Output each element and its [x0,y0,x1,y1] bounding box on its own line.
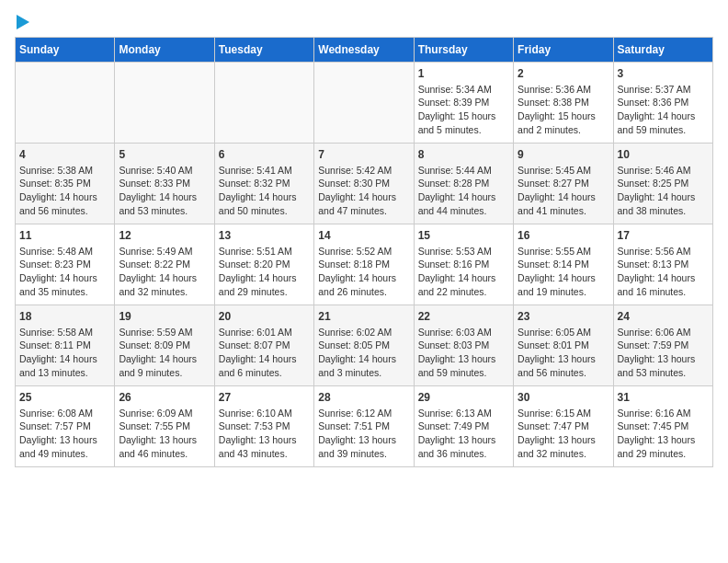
calendar-cell [16,63,115,144]
day-info: Sunrise: 5:46 AMSunset: 8:25 PMDaylight:… [618,164,709,218]
day-info: Sunrise: 5:59 AMSunset: 8:09 PMDaylight:… [119,326,210,380]
calendar-cell: 27Sunrise: 6:10 AMSunset: 7:53 PMDayligh… [214,386,313,467]
day-info: Sunrise: 6:08 AMSunset: 7:57 PMDaylight:… [19,407,110,461]
day-number: 17 [618,228,709,244]
calendar-cell: 31Sunrise: 6:16 AMSunset: 7:45 PMDayligh… [613,386,712,467]
page-header [15,15,713,29]
day-header-saturday: Saturday [613,38,712,63]
calendar-week-row: 25Sunrise: 6:08 AMSunset: 7:57 PMDayligh… [16,386,713,467]
day-number: 27 [219,390,310,406]
day-number: 26 [119,390,210,406]
day-info: Sunrise: 5:53 AMSunset: 8:16 PMDaylight:… [418,245,509,299]
calendar-cell: 26Sunrise: 6:09 AMSunset: 7:55 PMDayligh… [115,386,214,467]
day-number: 30 [518,390,609,406]
calendar-cell: 10Sunrise: 5:46 AMSunset: 8:25 PMDayligh… [613,144,712,224]
calendar-cell: 18Sunrise: 5:58 AMSunset: 8:11 PMDayligh… [16,305,115,386]
day-info: Sunrise: 6:06 AMSunset: 7:59 PMDaylight:… [618,326,709,380]
calendar-week-row: 4Sunrise: 5:38 AMSunset: 8:35 PMDaylight… [16,144,713,224]
calendar-cell: 29Sunrise: 6:13 AMSunset: 7:49 PMDayligh… [414,386,513,467]
day-number: 3 [618,66,709,82]
day-header-monday: Monday [115,38,214,63]
calendar-week-row: 18Sunrise: 5:58 AMSunset: 8:11 PMDayligh… [16,305,713,386]
day-info: Sunrise: 6:09 AMSunset: 7:55 PMDaylight:… [119,407,210,461]
calendar-cell: 13Sunrise: 5:51 AMSunset: 8:20 PMDayligh… [214,224,313,305]
calendar-cell: 19Sunrise: 5:59 AMSunset: 8:09 PMDayligh… [115,305,214,386]
day-number: 22 [418,309,509,325]
day-header-friday: Friday [514,38,613,63]
day-number: 1 [418,66,509,82]
day-number: 8 [418,147,509,163]
day-number: 9 [518,147,609,163]
day-number: 21 [318,309,409,325]
day-number: 29 [418,390,509,406]
calendar-cell: 21Sunrise: 6:02 AMSunset: 8:05 PMDayligh… [314,305,414,386]
calendar-header-row: SundayMondayTuesdayWednesdayThursdayFrid… [16,38,713,63]
calendar-cell: 17Sunrise: 5:56 AMSunset: 8:13 PMDayligh… [613,224,712,305]
day-header-thursday: Thursday [414,38,513,63]
day-info: Sunrise: 5:58 AMSunset: 8:11 PMDaylight:… [19,326,110,380]
day-info: Sunrise: 6:13 AMSunset: 7:49 PMDaylight:… [418,407,509,461]
calendar-cell [115,63,214,144]
day-header-sunday: Sunday [16,38,115,63]
day-number: 13 [219,228,310,244]
day-header-wednesday: Wednesday [314,38,414,63]
calendar-cell: 16Sunrise: 5:55 AMSunset: 8:14 PMDayligh… [514,224,613,305]
calendar-week-row: 1Sunrise: 5:34 AMSunset: 8:39 PMDaylight… [16,63,713,144]
calendar-cell: 8Sunrise: 5:44 AMSunset: 8:28 PMDaylight… [414,144,513,224]
day-number: 16 [518,228,609,244]
day-info: Sunrise: 6:15 AMSunset: 7:47 PMDaylight:… [518,407,609,461]
calendar-cell: 12Sunrise: 5:49 AMSunset: 8:22 PMDayligh… [115,224,214,305]
day-number: 7 [318,147,409,163]
calendar-cell: 4Sunrise: 5:38 AMSunset: 8:35 PMDaylight… [16,144,115,224]
day-info: Sunrise: 5:49 AMSunset: 8:22 PMDaylight:… [119,245,210,299]
day-number: 4 [19,147,110,163]
calendar-table: SundayMondayTuesdayWednesdayThursdayFrid… [15,37,713,467]
day-info: Sunrise: 5:44 AMSunset: 8:28 PMDaylight:… [418,164,509,218]
day-number: 25 [19,390,110,406]
calendar-cell: 1Sunrise: 5:34 AMSunset: 8:39 PMDaylight… [414,63,513,144]
day-info: Sunrise: 5:42 AMSunset: 8:30 PMDaylight:… [318,164,409,218]
calendar-cell: 28Sunrise: 6:12 AMSunset: 7:51 PMDayligh… [314,386,414,467]
day-info: Sunrise: 5:45 AMSunset: 8:27 PMDaylight:… [518,164,609,218]
calendar-cell: 7Sunrise: 5:42 AMSunset: 8:30 PMDaylight… [314,144,414,224]
day-number: 11 [19,228,110,244]
calendar-cell: 30Sunrise: 6:15 AMSunset: 7:47 PMDayligh… [514,386,613,467]
day-info: Sunrise: 6:16 AMSunset: 7:45 PMDaylight:… [618,407,709,461]
day-number: 23 [518,309,609,325]
day-info: Sunrise: 6:02 AMSunset: 8:05 PMDaylight:… [318,326,409,380]
day-number: 20 [219,309,310,325]
day-info: Sunrise: 6:05 AMSunset: 8:01 PMDaylight:… [518,326,609,380]
calendar-cell [214,63,313,144]
calendar-cell: 25Sunrise: 6:08 AMSunset: 7:57 PMDayligh… [16,386,115,467]
day-info: Sunrise: 6:03 AMSunset: 8:03 PMDaylight:… [418,326,509,380]
day-number: 19 [119,309,210,325]
calendar-cell: 24Sunrise: 6:06 AMSunset: 7:59 PMDayligh… [613,305,712,386]
day-number: 15 [418,228,509,244]
logo-arrow-icon [17,15,29,29]
day-info: Sunrise: 5:56 AMSunset: 8:13 PMDaylight:… [618,245,709,299]
day-number: 28 [318,390,409,406]
calendar-cell: 2Sunrise: 5:36 AMSunset: 8:38 PMDaylight… [514,63,613,144]
day-info: Sunrise: 5:36 AMSunset: 8:38 PMDaylight:… [518,83,609,137]
day-info: Sunrise: 6:12 AMSunset: 7:51 PMDaylight:… [318,407,409,461]
calendar-cell: 3Sunrise: 5:37 AMSunset: 8:36 PMDaylight… [613,63,712,144]
day-info: Sunrise: 5:51 AMSunset: 8:20 PMDaylight:… [219,245,310,299]
calendar-cell: 6Sunrise: 5:41 AMSunset: 8:32 PMDaylight… [214,144,313,224]
calendar-week-row: 11Sunrise: 5:48 AMSunset: 8:23 PMDayligh… [16,224,713,305]
day-number: 10 [618,147,709,163]
day-info: Sunrise: 5:55 AMSunset: 8:14 PMDaylight:… [518,245,609,299]
day-number: 2 [518,66,609,82]
day-info: Sunrise: 5:37 AMSunset: 8:36 PMDaylight:… [618,83,709,137]
day-number: 6 [219,147,310,163]
day-info: Sunrise: 6:10 AMSunset: 7:53 PMDaylight:… [219,407,310,461]
day-header-tuesday: Tuesday [214,38,313,63]
day-info: Sunrise: 6:01 AMSunset: 8:07 PMDaylight:… [219,326,310,380]
day-info: Sunrise: 5:52 AMSunset: 8:18 PMDaylight:… [318,245,409,299]
day-info: Sunrise: 5:41 AMSunset: 8:32 PMDaylight:… [219,164,310,218]
calendar-cell [314,63,414,144]
day-number: 24 [618,309,709,325]
calendar-cell: 14Sunrise: 5:52 AMSunset: 8:18 PMDayligh… [314,224,414,305]
calendar-cell: 23Sunrise: 6:05 AMSunset: 8:01 PMDayligh… [514,305,613,386]
calendar-cell: 5Sunrise: 5:40 AMSunset: 8:33 PMDaylight… [115,144,214,224]
calendar-cell: 9Sunrise: 5:45 AMSunset: 8:27 PMDaylight… [514,144,613,224]
